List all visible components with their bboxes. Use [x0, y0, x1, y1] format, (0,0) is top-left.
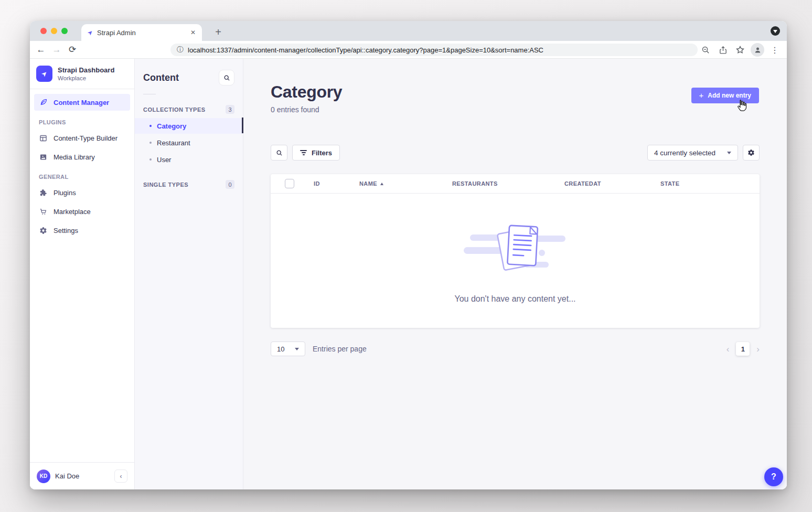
share-icon[interactable] — [716, 43, 730, 57]
shopping-cart-icon — [39, 207, 48, 216]
column-header-id[interactable]: ID — [314, 180, 359, 187]
single-types-count-badge: 0 — [226, 180, 234, 189]
tab-title: Strapi Admin — [97, 29, 186, 37]
url-text: localhost:1337/admin/content-manager/col… — [188, 46, 543, 54]
plus-icon: + — [699, 91, 704, 100]
column-header-state[interactable]: STATE — [660, 180, 760, 187]
bookmark-star-icon[interactable] — [733, 43, 747, 57]
bullet-icon — [149, 125, 152, 127]
filters-button[interactable]: Filters — [292, 145, 340, 161]
back-button[interactable]: ← — [33, 45, 49, 55]
current-page-button[interactable]: 1 — [736, 342, 750, 356]
add-new-entry-button[interactable]: + Add new entry — [691, 88, 759, 103]
chevron-down-icon — [727, 152, 731, 154]
screen-record-indicator-icon[interactable] — [771, 26, 780, 36]
browser-menu-icon[interactable]: ⋮ — [768, 43, 782, 57]
pagination-bar: 10 Entries per page ‹ 1 › — [271, 341, 760, 357]
main-panel: Category 0 entries found + Add new entry — [243, 59, 787, 489]
section-label-plugins: PLUGINS — [39, 119, 125, 125]
group-label-collection-types: COLLECTION TYPES — [143, 106, 206, 113]
user-name: Kai Doe — [55, 472, 79, 480]
zoom-out-icon[interactable] — [699, 43, 712, 57]
reload-button[interactable]: ⟳ — [65, 44, 80, 55]
subnav-title: Content — [143, 72, 179, 83]
strapi-favicon-icon: ➤ — [86, 28, 95, 37]
collapse-sidebar-button[interactable]: ‹ — [114, 470, 127, 483]
subnav-item-label: Category — [157, 122, 186, 130]
sort-ascending-icon — [380, 183, 383, 185]
subnav-item-restaurant[interactable]: Restaurant — [135, 135, 243, 151]
collection-types-count-badge: 3 — [226, 105, 234, 114]
toolbar-actions: ⋮ — [699, 41, 782, 59]
fullscreen-window-button[interactable] — [61, 28, 68, 34]
sidebar-item-settings[interactable]: Settings — [34, 222, 130, 239]
minimize-window-button[interactable] — [51, 28, 57, 34]
gear-icon — [39, 226, 48, 235]
sidebar-item-content-type-builder[interactable]: Content-Type Builder — [34, 130, 130, 146]
browser-window: ➤ Strapi Admin ✕ + ← → ⟳ ⓘ localhost:133… — [30, 21, 787, 489]
puzzle-icon — [39, 188, 48, 197]
sidebar-item-label: Plugins — [54, 189, 76, 197]
chevron-down-icon — [295, 348, 299, 350]
traffic-lights — [40, 28, 68, 34]
sidebar-item-label: Settings — [54, 227, 78, 234]
sidebar-item-label: Media Library — [54, 153, 95, 161]
divider — [143, 94, 156, 94]
column-header-restaurants[interactable]: RESTAURANTS — [452, 180, 564, 187]
sidebar-item-marketplace[interactable]: Marketplace — [34, 203, 130, 220]
empty-state: You don't have any content yet... — [271, 194, 760, 328]
image-icon — [39, 153, 48, 162]
group-label-single-types: SINGLE TYPES — [143, 182, 188, 188]
browser-tabstrip: ➤ Strapi Admin ✕ + — [30, 21, 787, 41]
next-page-button[interactable]: › — [756, 345, 760, 354]
filter-icon — [300, 150, 307, 155]
browser-profile-avatar[interactable] — [751, 43, 764, 57]
workspace-brand[interactable]: ➤ Strapi Dashboard Workplace — [30, 59, 134, 89]
entries-per-page-label: Entries per page — [313, 345, 367, 353]
sidebar-item-content-manager[interactable]: Content Manager — [34, 94, 130, 111]
desktop: ➤ Strapi Admin ✕ + ← → ⟳ ⓘ localhost:133… — [0, 0, 812, 512]
site-info-icon[interactable]: ⓘ — [177, 45, 184, 55]
feather-pen-icon — [39, 98, 48, 107]
column-header-name[interactable]: NAME — [359, 180, 452, 187]
bullet-icon — [149, 142, 152, 144]
select-all-checkbox[interactable] — [285, 179, 294, 188]
close-window-button[interactable] — [40, 28, 47, 34]
browser-tab[interactable]: ➤ Strapi Admin ✕ — [81, 24, 202, 41]
subnav-item-user[interactable]: User — [135, 152, 243, 167]
help-button[interactable]: ? — [764, 467, 783, 486]
view-settings-button[interactable] — [743, 145, 760, 161]
subnav-item-label: Restaurant — [157, 139, 190, 147]
new-tab-button[interactable]: + — [210, 24, 226, 40]
page-title: Category — [271, 82, 342, 102]
table-header-row: ID NAME RESTAURANTS CREATEDAT STATE — [271, 174, 760, 194]
section-label-general: GENERAL — [39, 174, 125, 180]
entries-table: ID NAME RESTAURANTS CREATEDAT STATE — [271, 174, 760, 328]
layout-icon — [39, 134, 48, 143]
search-content-types-button[interactable] — [219, 70, 234, 86]
empty-state-text: You don't have any content yet... — [454, 294, 575, 304]
bullet-icon — [149, 158, 152, 161]
sidebar-item-label: Marketplace — [54, 208, 91, 216]
workspace-title: Strapi Dashboard — [58, 66, 114, 74]
empty-documents-illustration — [463, 218, 568, 276]
tab-close-icon[interactable]: ✕ — [190, 29, 196, 36]
sidebar-item-media-library[interactable]: Media Library — [34, 148, 130, 165]
sidebar-item-label: Content-Type Builder — [54, 134, 117, 142]
fields-selected-dropdown[interactable]: 4 currently selected — [647, 145, 738, 161]
column-header-createdat[interactable]: CREATEDAT — [564, 180, 660, 187]
workspace-subtitle: Workplace — [58, 75, 114, 81]
content-subnav: Content COLLECTION TYPES 3 Category — [135, 59, 243, 489]
search-entries-button[interactable] — [271, 145, 287, 161]
user-avatar[interactable]: KD — [37, 470, 50, 483]
subnav-item-category[interactable]: Category — [135, 118, 243, 134]
sidebar-item-plugins[interactable]: Plugins — [34, 184, 130, 201]
forward-button[interactable]: → — [49, 45, 65, 55]
url-bar[interactable]: ⓘ localhost:1337/admin/content-manager/c… — [170, 44, 698, 56]
previous-page-button[interactable]: ‹ — [726, 345, 730, 354]
sidebar-user: KD Kai Doe ‹ — [30, 462, 134, 489]
browser-toolbar: ← → ⟳ ⓘ localhost:1337/admin/content-man… — [30, 41, 787, 59]
main-sidebar: ➤ Strapi Dashboard Workplace Content M — [30, 59, 135, 489]
page-size-select[interactable]: 10 — [271, 342, 305, 356]
subnav-item-label: User — [157, 156, 171, 164]
